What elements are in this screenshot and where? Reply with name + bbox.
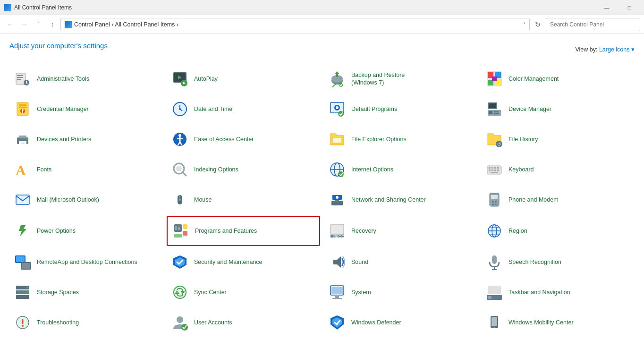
control-item-phone-modem[interactable]: Phone and Modem [481,186,635,214]
svg-point-137 [494,327,495,328]
color-management-icon [485,69,504,88]
minimize-button[interactable]: — [596,0,618,15]
view-by-label: View by: [575,46,597,53]
svg-rect-110 [492,255,497,264]
control-item-indexing-options[interactable]: Indexing Options [167,155,320,184]
control-item-programs-features[interactable]: Programs and Features [167,216,320,246]
back-button[interactable]: ← [4,18,16,31]
autoplay-icon [170,69,189,88]
svg-rect-67 [494,167,496,169]
programs-features-icon [171,221,190,240]
windows-mobility-icon [485,313,504,332]
control-item-device-manager[interactable]: Device Manager [481,95,635,123]
control-item-file-explorer-options[interactable]: File Explorer Options [324,125,477,153]
power-options-icon [13,221,32,240]
forward-button[interactable]: → [18,18,30,31]
control-item-user-accounts[interactable]: User Accounts [167,308,320,337]
view-by-value[interactable]: Large icons ▾ [599,46,635,53]
control-item-mail[interactable]: Mail (Microsoft Outlook) [9,186,163,214]
control-item-recovery[interactable]: RECOVERYRecovery [324,216,477,246]
dropdown-button[interactable]: ˅ [32,18,44,31]
backup-restore-label: Backup and Restore (Windows 7) [351,71,405,87]
control-item-internet-options[interactable]: Internet Options [324,155,477,184]
address-path: Control Panel › All Control Panel Items … [74,21,521,28]
taskbar-navigation-label: Taskbar and Navigation [508,289,570,296]
address-box[interactable]: Control Panel › All Control Panel Items … [60,18,530,31]
control-item-color-management[interactable]: Color Management [481,65,635,93]
phone-modem-icon [485,190,504,209]
maximize-button[interactable]: □ [619,0,640,15]
control-item-backup-restore[interactable]: Backup and Restore (Windows 7) [324,65,477,93]
svg-rect-71 [494,170,496,171]
devices-printers-icon [13,130,32,149]
search-input[interactable] [546,18,640,31]
mouse-label: Mouse [194,196,212,204]
control-item-autoplay[interactable]: AutoPlay [167,65,320,93]
svg-rect-41 [494,113,499,114]
control-item-sync-center[interactable]: Sync Center [167,278,320,306]
svg-rect-65 [489,167,491,169]
svg-rect-43 [19,136,26,138]
control-item-storage-spaces[interactable]: Storage Spaces [9,278,163,306]
svg-point-86 [492,204,494,205]
control-item-credential-manager[interactable]: Credential Manager [9,95,163,123]
control-item-file-history[interactable]: ↺File History [481,125,635,153]
control-item-date-time[interactable]: Date and Time [167,95,320,123]
svg-rect-53 [332,137,342,143]
control-item-speech-recognition[interactable]: Speech Recognition [481,248,635,276]
file-explorer-options-icon [328,130,347,149]
control-item-remoteapp[interactable]: RemoteApp and Desktop Connections [9,248,163,276]
svg-rect-125 [488,296,491,299]
svg-rect-120 [331,287,343,294]
svg-rect-115 [16,295,29,299]
windows-mobility-label: Windows Mobility Center [508,319,574,326]
control-item-devices-printers[interactable]: Devices and Printers [9,125,163,153]
security-maintenance-icon [170,253,189,272]
fonts-label: Fonts [37,166,51,173]
control-item-security-maintenance[interactable]: Security and Maintenance [167,248,320,276]
ease-of-access-icon [170,130,189,149]
control-item-administrative-tools[interactable]: Administrative Tools [9,65,163,93]
control-item-troubleshooting[interactable]: Troubleshooting [9,308,163,337]
svg-rect-124 [488,286,501,294]
address-bar: ← → ˅ ↑ Control Panel › All Control Pane… [0,15,644,34]
svg-rect-24 [19,107,26,108]
control-item-region[interactable]: Region [481,216,635,246]
refresh-button[interactable]: ↻ [532,18,544,31]
control-item-fonts[interactable]: AFonts [9,155,163,184]
control-item-mouse[interactable]: Mouse [167,186,320,214]
mail-icon [13,190,32,209]
control-item-ease-of-access[interactable]: Ease of Access Center [167,125,320,153]
keyboard-label: Keyboard [508,166,534,173]
devices-printers-label: Devices and Printers [37,136,91,143]
speech-recognition-label: Speech Recognition [508,258,561,266]
svg-rect-2 [17,77,23,78]
svg-point-81 [336,196,339,199]
control-item-sound[interactable]: Sound [324,248,477,276]
control-item-taskbar-navigation[interactable]: Taskbar and Navigation [481,278,635,306]
control-item-windows-defender[interactable]: Windows Defender [324,308,477,337]
taskbar-navigation-icon [485,283,504,302]
control-item-power-options[interactable]: Power Options [9,216,163,246]
svg-rect-3 [17,79,21,80]
keyboard-icon [485,160,504,179]
control-item-default-programs[interactable]: Default Programs [324,95,477,123]
up-button[interactable]: ↑ [46,18,59,31]
control-item-keyboard[interactable]: Keyboard [481,155,635,184]
svg-rect-39 [489,111,492,114]
svg-rect-68 [497,167,499,169]
default-programs-label: Default Programs [351,105,397,113]
main-content: Adjust your computer's settings View by:… [0,34,644,348]
control-item-windows-mobility[interactable]: Windows Mobility Center [481,308,635,337]
svg-rect-72 [497,170,499,171]
window-title: All Control Panel Items [14,4,596,11]
control-item-system[interactable]: System [324,278,477,306]
windows-defender-icon [328,313,347,332]
autoplay-label: AutoPlay [194,75,218,83]
control-item-network-sharing[interactable]: Network and Sharing Center [324,186,477,214]
svg-rect-45 [21,143,25,144]
svg-point-46 [25,138,27,140]
svg-point-87 [495,204,497,205]
svg-rect-93 [174,234,182,238]
device-manager-icon [485,100,504,119]
